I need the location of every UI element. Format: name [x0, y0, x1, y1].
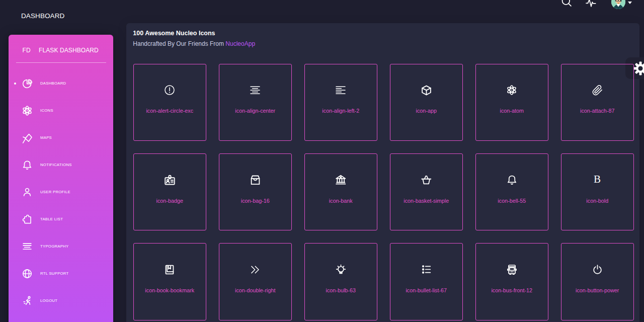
svg-text:B: B — [594, 175, 601, 185]
